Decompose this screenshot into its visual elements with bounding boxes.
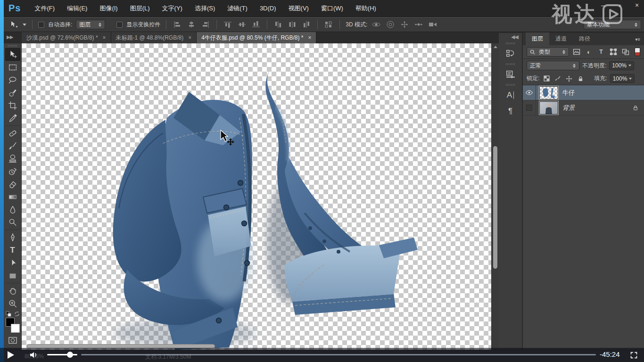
align-right-edges-icon[interactable] (200, 19, 211, 30)
layer-row-niuzai[interactable]: 牛仔 (523, 85, 644, 100)
close-button[interactable]: × (632, 1, 642, 9)
menu-3d[interactable]: 3D(D) (254, 0, 282, 17)
3d-rotate-icon[interactable] (371, 19, 381, 30)
zoom-tool[interactable] (5, 297, 20, 310)
properties-panel-icon[interactable] (501, 66, 520, 82)
lock-position-icon[interactable] (565, 75, 573, 82)
menu-image[interactable]: 图像(I) (93, 0, 124, 17)
progress-bar[interactable] (81, 354, 596, 355)
quick-mask-button[interactable] (5, 334, 20, 346)
menu-window[interactable]: 窗口(W) (315, 0, 349, 17)
document-tab[interactable]: 沙漠.psd @ 72.6%(RGB/8) * × (22, 32, 111, 43)
document-tab-active[interactable]: 4牛仔衣服.psd @ 80.5% (牛仔, RGB/8) * × (197, 32, 316, 43)
vertical-scrollbar-thumb[interactable] (493, 146, 497, 269)
maximize-button[interactable]: ▫ (615, 1, 625, 9)
history-panel-icon[interactable] (501, 46, 520, 62)
layer-row-background[interactable]: 背景 (523, 100, 644, 115)
tab-channels[interactable]: 通道 (549, 33, 573, 45)
spot-healing-brush-tool[interactable] (5, 127, 20, 140)
blur-tool[interactable] (5, 203, 20, 216)
tab-layers[interactable]: 图层 (526, 33, 549, 45)
crop-tool[interactable] (5, 99, 20, 112)
3d-scale-icon[interactable] (428, 19, 438, 30)
volume-knob[interactable] (67, 352, 73, 358)
character-panel-icon[interactable]: A (501, 87, 520, 103)
panel-menu-icon[interactable]: ▾≡ (635, 37, 640, 42)
type-tool[interactable]: T (5, 244, 20, 256)
menu-select[interactable]: 选择(S) (189, 0, 221, 17)
menu-filter[interactable]: 滤镜(T) (221, 0, 254, 17)
play-button[interactable] (8, 351, 14, 359)
visibility-cell[interactable] (523, 100, 536, 115)
menu-view[interactable]: 视图(V) (282, 0, 315, 17)
auto-select-target-dropdown[interactable]: 图层 (76, 20, 105, 29)
auto-select-checkbox[interactable] (38, 22, 44, 28)
lock-image-pixels-icon[interactable] (553, 75, 562, 82)
move-tool-preset-icon[interactable] (8, 19, 19, 30)
pen-tool[interactable] (5, 231, 20, 244)
quick-selection-tool[interactable] (5, 86, 20, 99)
filter-shape-layers-icon[interactable] (609, 48, 618, 56)
3d-drag-icon[interactable] (399, 19, 410, 30)
distribute-bottom-icon[interactable] (301, 19, 312, 30)
menu-edit[interactable]: 编辑(E) (61, 0, 93, 17)
minimize-button[interactable]: – (598, 1, 608, 9)
lock-all-icon[interactable] (576, 75, 585, 82)
scroll-up-arrow[interactable] (494, 46, 497, 48)
filter-smart-objects-icon[interactable] (621, 48, 630, 56)
menu-help[interactable]: 帮助(H) (349, 0, 382, 17)
clone-stamp-tool[interactable] (5, 152, 20, 165)
menu-type[interactable]: 文字(Y) (156, 0, 189, 17)
3d-roll-icon[interactable] (385, 19, 396, 30)
align-vertical-centers-icon[interactable] (237, 19, 247, 30)
document-tab[interactable]: 未标题-1 @ 48.8%(RGB/8) × (111, 32, 197, 43)
dodge-tool[interactable] (5, 216, 20, 229)
fill-field[interactable]: 100% (610, 74, 635, 83)
speaker-icon[interactable] (29, 351, 39, 359)
align-left-edges-icon[interactable] (172, 19, 182, 30)
document-canvas[interactable] (22, 43, 491, 350)
path-selection-tool[interactable] (5, 256, 20, 269)
auto-align-layers-icon[interactable] (323, 19, 334, 30)
eyedropper-tool[interactable] (5, 112, 20, 124)
3d-slide-icon[interactable] (413, 19, 424, 30)
toolbar-gripper[interactable] (8, 45, 17, 47)
filter-type-layers-icon[interactable]: T (596, 48, 606, 56)
hidden-eye-checkbox[interactable] (526, 105, 532, 111)
layer-name[interactable]: 背景 (562, 104, 575, 112)
distribute-top-icon[interactable] (273, 19, 283, 30)
blend-mode-dropdown[interactable]: 正常 (527, 61, 579, 70)
lasso-tool[interactable] (5, 74, 20, 86)
toolbar-collapse-chevron[interactable]: ▶▶ (4, 34, 22, 43)
eraser-tool[interactable] (5, 178, 20, 190)
show-transform-checkbox[interactable] (116, 22, 123, 28)
dock-gripper[interactable] (506, 42, 515, 44)
layer-thumbnail[interactable] (539, 101, 558, 115)
brush-tool[interactable] (5, 140, 20, 152)
hand-tool[interactable] (5, 284, 20, 297)
rectangular-marquee-tool[interactable] (5, 61, 20, 74)
filter-type-dropdown[interactable]: 类型 (527, 47, 569, 57)
opacity-field[interactable]: 100% (609, 61, 634, 70)
default-colors-icon[interactable] (6, 311, 11, 317)
dock-gripper[interactable] (506, 63, 515, 65)
tab-close-icon[interactable]: × (188, 34, 191, 41)
visibility-cell[interactable] (523, 85, 536, 100)
distribute-vertical-center-icon[interactable] (287, 19, 297, 30)
rectangle-tool[interactable] (5, 269, 20, 282)
move-tool[interactable] (5, 48, 20, 61)
menu-layer[interactable]: 图层(L) (124, 0, 156, 17)
tab-close-icon[interactable]: × (103, 34, 106, 41)
filter-pixel-layers-icon[interactable] (572, 48, 581, 56)
tool-preset-dropdown-arrow[interactable] (23, 24, 26, 26)
gradient-tool[interactable] (5, 190, 20, 203)
align-top-edges-icon[interactable] (223, 19, 233, 30)
tab-paths[interactable]: 路径 (573, 33, 596, 45)
align-bottom-edges-icon[interactable] (251, 19, 261, 30)
dock-collapse-chevron[interactable]: ◀◀ (511, 33, 522, 41)
lock-transparent-pixels-icon[interactable] (542, 75, 551, 82)
tab-close-icon[interactable]: × (308, 34, 311, 41)
dock-gripper[interactable] (506, 84, 515, 86)
fullscreen-icon[interactable] (630, 351, 638, 359)
background-color-swatch[interactable] (11, 324, 20, 333)
